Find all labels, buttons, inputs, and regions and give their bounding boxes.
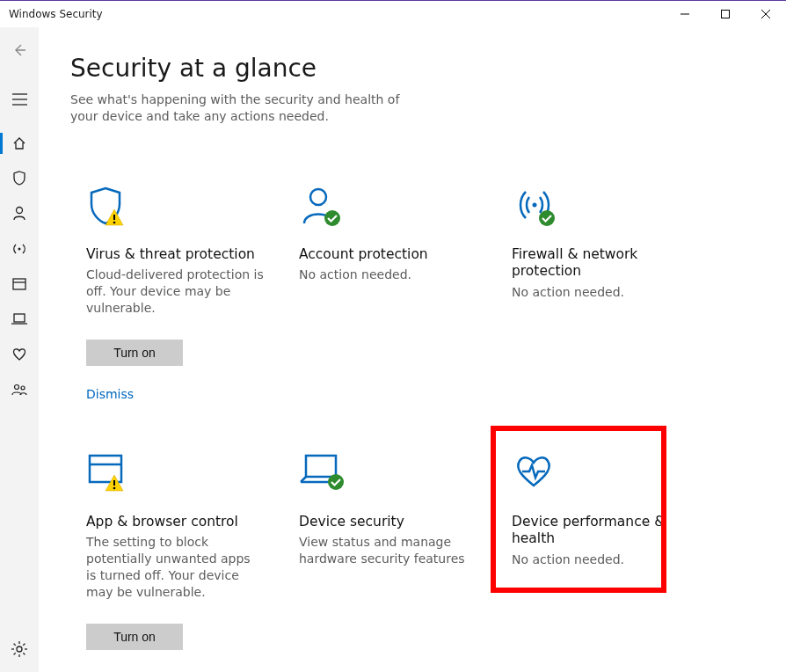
person-icon [11, 205, 27, 223]
hamburger-button[interactable] [0, 82, 39, 117]
card-desc: No action needed. [512, 284, 689, 301]
people-icon [11, 382, 28, 398]
svg-rect-1 [722, 11, 730, 18]
svg-point-14 [21, 386, 25, 390]
card-title: Firewall & network protection [512, 246, 689, 281]
sidebar-item-device-security[interactable] [0, 302, 39, 337]
svg-point-13 [15, 385, 19, 390]
check-badge-icon [327, 473, 345, 491]
card-account-protection[interactable]: Account protection No action needed. [283, 169, 492, 415]
card-desc: Cloud-delivered protection is off. Your … [86, 267, 264, 317]
warning-badge-icon [104, 208, 125, 227]
svg-point-33 [113, 487, 116, 490]
card-device-security[interactable]: Device security View status and manage h… [283, 436, 492, 672]
card-title: Account protection [299, 246, 477, 263]
card-desc: The setting to block potentially unwante… [86, 534, 264, 601]
back-button[interactable] [0, 33, 39, 68]
sidebar-item-performance[interactable] [0, 337, 39, 372]
svg-point-25 [113, 221, 116, 223]
svg-line-22 [23, 644, 25, 646]
shield-icon [11, 170, 27, 187]
close-button[interactable] [746, 1, 786, 27]
titlebar: Windows Security [0, 1, 786, 27]
svg-rect-11 [14, 314, 25, 322]
card-desc: No action needed. [512, 551, 689, 568]
card-title: Device performance & health [512, 514, 689, 548]
card-title: App & browser control [86, 514, 264, 530]
svg-line-21 [23, 653, 25, 654]
cards-grid: Virus & threat protection Cloud-delivere… [39, 125, 786, 672]
check-badge-icon [538, 209, 556, 227]
heart-pulse-icon [512, 452, 556, 491]
svg-point-27 [324, 210, 340, 226]
svg-line-23 [14, 653, 16, 654]
card-desc: View status and manage hardware security… [299, 534, 477, 567]
browser-icon [11, 277, 27, 291]
back-arrow-icon [11, 42, 27, 58]
svg-line-20 [14, 644, 16, 646]
svg-rect-9 [13, 279, 25, 289]
home-icon [11, 135, 27, 151]
card-title: Device security [299, 514, 477, 530]
turn-on-button[interactable]: Turn on [86, 340, 183, 366]
svg-point-28 [533, 202, 537, 207]
warning-badge-icon [104, 473, 125, 493]
check-badge-icon [324, 209, 341, 227]
page-subtitle: See what's happening with the security a… [70, 91, 404, 125]
svg-point-29 [539, 210, 555, 226]
turn-on-button[interactable]: Turn on [86, 624, 183, 650]
svg-point-26 [310, 189, 326, 205]
sidebar-item-browser[interactable] [0, 267, 39, 302]
sidebar [0, 27, 39, 672]
menu-icon [12, 93, 27, 106]
maximize-button[interactable] [705, 1, 746, 27]
gear-icon [11, 641, 27, 657]
card-title: Virus & threat protection [86, 246, 264, 263]
sidebar-item-home[interactable] [0, 126, 39, 161]
svg-point-8 [18, 248, 21, 251]
card-desc: No action needed. [299, 267, 477, 283]
card-virus-threat[interactable]: Virus & threat protection Cloud-delivere… [70, 169, 280, 415]
page-title: Security at a glance [70, 54, 786, 83]
window: Windows Security [0, 0, 786, 672]
heart-icon [11, 347, 28, 362]
sidebar-item-virus[interactable] [0, 161, 39, 196]
window-title: Windows Security [9, 8, 103, 20]
card-performance-health[interactable]: Device performance & health No action ne… [496, 436, 705, 672]
card-app-browser[interactable]: App & browser control The setting to blo… [70, 436, 280, 672]
svg-point-15 [17, 646, 22, 652]
sidebar-item-account[interactable] [0, 196, 39, 231]
settings-button[interactable] [0, 632, 39, 667]
sidebar-item-family[interactable] [0, 372, 39, 407]
minimize-button[interactable] [665, 1, 705, 27]
content-area: Security at a glance See what's happenin… [39, 27, 786, 672]
sidebar-item-firewall[interactable] [0, 231, 39, 267]
dismiss-link[interactable]: Dismiss [86, 387, 264, 401]
card-firewall[interactable]: Firewall & network protection No action … [496, 169, 705, 415]
svg-point-35 [328, 474, 344, 490]
wifi-icon [11, 241, 28, 257]
page-header: Security at a glance See what's happenin… [39, 27, 786, 125]
laptop-icon [11, 312, 28, 326]
svg-point-7 [17, 208, 23, 214]
